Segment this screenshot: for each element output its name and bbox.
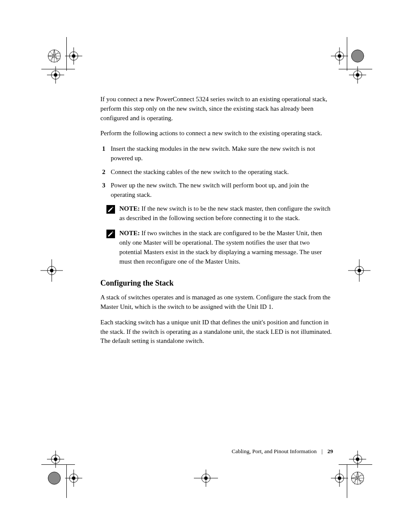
- registration-disc-icon: [350, 48, 365, 64]
- registration-line-icon: [347, 37, 347, 71]
- note: NOTE: If two switches in the stack are c…: [100, 229, 333, 266]
- svg-point-0: [48, 50, 61, 62]
- svg-point-14: [54, 73, 57, 77]
- svg-point-22: [353, 71, 362, 79]
- page-content: If you connect a new PowerConnect 5324 s…: [100, 95, 333, 352]
- note-label: NOTE:: [119, 230, 140, 236]
- page: If you connect a new PowerConnect 5324 s…: [0, 0, 411, 532]
- registration-sunburst-icon: [47, 48, 62, 64]
- svg-point-10: [72, 54, 75, 58]
- registration-crosshair-icon: [348, 65, 367, 84]
- paragraph: Perform the following actions to connect…: [100, 129, 333, 138]
- svg-point-35: [54, 457, 57, 461]
- svg-point-18: [335, 52, 344, 60]
- step-number: 3: [102, 181, 106, 190]
- registration-crosshair-icon: [330, 469, 349, 488]
- svg-point-19: [338, 54, 341, 58]
- svg-point-9: [69, 52, 78, 60]
- svg-point-40: [72, 476, 75, 480]
- svg-line-7: [48, 53, 61, 56]
- svg-line-3: [50, 51, 59, 61]
- step-text: Insert the stacking modules in the new s…: [111, 145, 315, 162]
- step-1: 1 Insert the stacking modules in the new…: [100, 144, 333, 163]
- paragraph: If you connect a new PowerConnect 5324 s…: [100, 95, 333, 123]
- svg-point-55: [352, 472, 364, 485]
- note-text: If the new switch is to be the new stack…: [119, 205, 330, 221]
- svg-line-6: [51, 50, 54, 62]
- registration-sunburst-icon: [350, 470, 365, 486]
- registration-line-icon: [339, 69, 372, 69]
- registration-line-icon: [41, 464, 75, 465]
- svg-point-31: [358, 269, 361, 272]
- svg-line-8: [48, 56, 61, 59]
- registration-crosshair-icon: [64, 469, 83, 488]
- svg-point-38: [48, 472, 61, 485]
- svg-point-39: [69, 474, 78, 482]
- svg-point-23: [356, 73, 359, 77]
- svg-point-26: [47, 266, 56, 275]
- registration-line-icon: [66, 464, 67, 498]
- step-2: 2 Connect the stacking cables of the new…: [100, 168, 333, 177]
- registration-crosshair-icon: [46, 65, 65, 84]
- section-heading: Configuring the Stack: [100, 277, 333, 289]
- step-text: Power up the new switch. The new switch …: [111, 182, 309, 198]
- note-label: NOTE:: [119, 205, 140, 212]
- page-footer: Cabling, Port, and Pinout Information | …: [100, 448, 333, 455]
- registration-line-icon: [339, 464, 372, 465]
- registration-crosshair-icon: [193, 469, 219, 488]
- svg-point-51: [335, 474, 344, 482]
- svg-point-27: [50, 269, 53, 272]
- svg-point-43: [202, 474, 210, 482]
- registration-crosshair-icon: [346, 258, 372, 283]
- svg-line-60: [358, 472, 361, 485]
- registration-crosshair-icon: [348, 450, 367, 469]
- note-pencil-icon: [106, 230, 115, 238]
- step-number: 1: [102, 144, 106, 154]
- svg-point-34: [51, 455, 60, 464]
- footer-section-label: Cabling, Port, and Pinout Information: [232, 448, 317, 454]
- step-text: Connect the stacking cables of the new s…: [111, 168, 289, 175]
- svg-point-47: [353, 455, 362, 464]
- svg-point-44: [204, 476, 208, 480]
- registration-line-icon: [66, 37, 67, 71]
- note: NOTE: If the new switch is to be the new…: [100, 204, 333, 223]
- svg-point-52: [338, 476, 341, 480]
- registration-line-icon: [347, 464, 347, 498]
- registration-crosshair-icon: [64, 47, 83, 65]
- registration-disc-icon: [47, 470, 62, 486]
- registration-line-icon: [41, 69, 75, 69]
- svg-line-63: [352, 478, 364, 481]
- svg-point-30: [355, 266, 364, 275]
- svg-point-48: [356, 457, 359, 461]
- step-3: 3 Power up the new switch. The new switc…: [100, 181, 333, 200]
- svg-line-62: [352, 475, 364, 478]
- svg-line-61: [355, 472, 358, 485]
- footer-page-number: 29: [327, 448, 333, 454]
- footer-separator-icon: |: [321, 448, 323, 455]
- svg-line-5: [54, 50, 57, 62]
- paragraph: Each stacking switch has a unique unit I…: [100, 318, 333, 346]
- svg-line-4: [50, 51, 59, 61]
- svg-point-13: [51, 71, 60, 79]
- svg-point-17: [352, 50, 364, 62]
- paragraph: A stack of switches operates and is mana…: [100, 293, 333, 312]
- registration-crosshair-icon: [330, 47, 349, 65]
- svg-line-58: [353, 473, 362, 483]
- svg-line-59: [353, 473, 362, 483]
- note-text: If two switches in the stack are configu…: [119, 230, 322, 264]
- note-pencil-icon: [106, 205, 115, 214]
- registration-crosshair-icon: [39, 258, 65, 283]
- step-number: 2: [102, 168, 106, 177]
- registration-crosshair-icon: [46, 450, 65, 469]
